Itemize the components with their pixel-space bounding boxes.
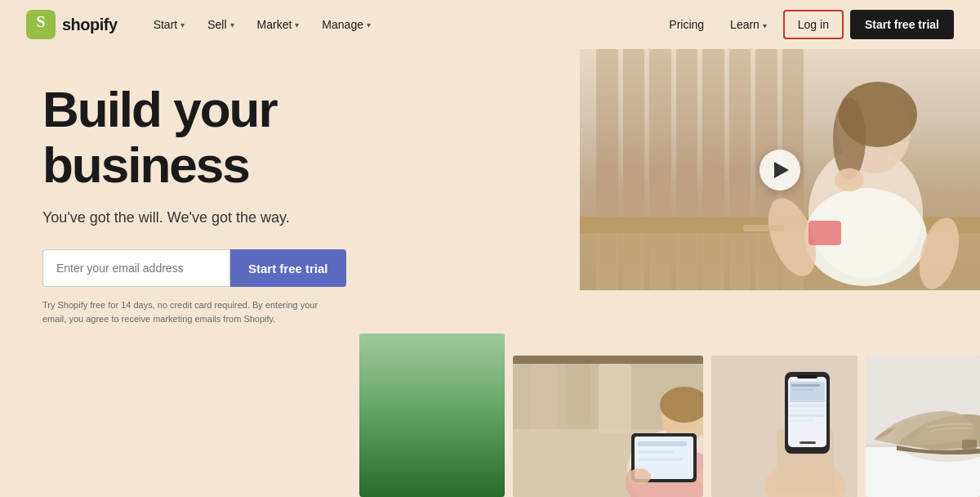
nav-sell[interactable]: Sell ▾ [198,11,243,38]
chevron-down-icon: ▾ [180,20,185,29]
svg-rect-44 [638,441,687,446]
shoes-svg [866,356,980,497]
svg-rect-58 [791,389,814,391]
svg-point-47 [628,468,651,485]
svg-rect-22 [479,423,499,480]
svg-rect-55 [797,375,817,378]
nav-manage[interactable]: Manage ▾ [312,11,381,38]
svg-rect-36 [566,364,590,425]
svg-rect-57 [791,384,820,387]
svg-text:S: S [36,12,45,30]
email-input[interactable] [42,249,230,287]
disclaimer-text: Try Shopify free for 14 days, no credit … [42,298,320,325]
chevron-down-icon: ▾ [230,20,234,29]
image-tablet [513,356,703,497]
svg-rect-35 [529,364,558,429]
svg-rect-69 [962,440,977,450]
hero-subtitle: You've got the will. We've got the way. [42,209,423,226]
svg-rect-11 [808,221,841,245]
hero-title: Build your business [42,82,423,193]
navbar: S shopify Start ▾ Sell ▾ Market ▾ Manage… [0,0,980,49]
main-content: Build your business You've got the will.… [0,49,980,497]
nav-market[interactable]: Market ▾ [247,11,310,38]
logo[interactable]: S shopify [26,10,118,39]
image-phone [711,356,857,497]
email-form: Start free trial [42,249,423,287]
svg-rect-63 [800,441,816,444]
chevron-down-icon: ▾ [295,20,299,29]
logo-text: shopify [62,16,118,34]
svg-rect-45 [638,450,675,454]
hero-images [441,49,980,497]
svg-rect-46 [638,458,683,461]
svg-rect-61 [790,414,825,417]
svg-point-23 [480,453,505,472]
chevron-down-icon: ▾ [367,20,371,29]
play-icon [774,162,789,178]
svg-point-7 [833,98,866,180]
image-grid [359,334,980,497]
nav-right: Pricing Learn ▾ Log in Start free trial [659,10,954,39]
nav-learn[interactable]: Learn ▾ [720,11,777,38]
login-button[interactable]: Log in [783,10,844,39]
svg-point-13 [835,168,864,191]
svg-rect-62 [790,419,814,422]
svg-rect-60 [790,410,825,412]
hero-section: Build your business You've got the will.… [0,49,449,497]
svg-rect-59 [790,405,825,407]
tablet-svg [513,356,703,497]
image-shoes [866,356,980,497]
svg-rect-34 [513,356,703,364]
phone-svg [711,356,857,497]
play-button[interactable] [760,150,800,190]
nav-links: Start ▾ Sell ▾ Market ▾ Manage ▾ [144,11,660,38]
shopify-logo-icon: S [26,10,56,39]
chevron-down-icon: ▾ [763,21,767,30]
main-hero-image [580,49,980,290]
nav-start[interactable]: Start ▾ [144,11,195,38]
hero-start-trial-button[interactable]: Start free trial [230,249,346,287]
svg-point-28 [454,369,493,396]
nav-start-trial-button[interactable]: Start free trial [850,10,954,39]
svg-rect-12 [743,225,784,231]
svg-rect-37 [599,364,631,433]
nav-pricing[interactable]: Pricing [659,11,714,38]
